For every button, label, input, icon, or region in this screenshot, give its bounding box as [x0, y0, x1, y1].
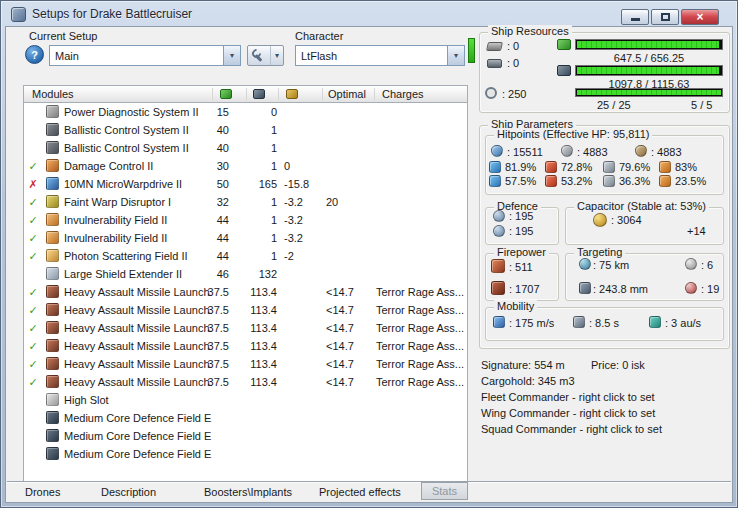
- table-row[interactable]: ✓ Invulnerability Field II 44 1 -3.2: [24, 229, 467, 247]
- tools-dropdown-button[interactable]: ▾: [270, 46, 283, 65]
- charges-column-header: Charges: [382, 88, 424, 100]
- armor-kinetic-resist-icon: [603, 175, 615, 187]
- shield-kinetic-resist: 79.6%: [619, 161, 650, 173]
- table-row[interactable]: ✓ Invulnerability Field II 44 1 -3.2: [24, 211, 467, 229]
- table-row[interactable]: ✓ Heavy Assault Missile Launch... 37.5 1…: [24, 319, 467, 337]
- price-value: Price: 0 isk: [591, 359, 645, 371]
- volley-value: : 511: [509, 261, 533, 273]
- character-combo[interactable]: LtFlash ▾: [295, 45, 465, 66]
- capacitor-amount: : 3064: [611, 214, 642, 226]
- app-icon[interactable]: [11, 7, 26, 22]
- close-button[interactable]: ×: [681, 9, 719, 25]
- module-powergrid: 165: [232, 175, 277, 193]
- wrench-icon: [251, 49, 264, 62]
- table-row[interactable]: High Slot: [24, 391, 467, 409]
- module-optimal: <14.7: [326, 355, 376, 373]
- setup-combo[interactable]: Main ▾: [49, 45, 241, 66]
- table-row[interactable]: ✓ Heavy Assault Missile Launch... 37.5 1…: [24, 355, 467, 373]
- help-button[interactable]: ?: [25, 45, 44, 64]
- shield-extender-icon: [46, 267, 59, 280]
- turret-hardpoints-value: : 0: [507, 40, 519, 52]
- defence-sustained-icon: [493, 225, 505, 237]
- powergrid-icon: [557, 65, 571, 76]
- warp-speed-icon: [649, 316, 661, 328]
- table-row[interactable]: Ballistic Control System II 40 1: [24, 139, 467, 157]
- max-targ ets-icon: [685, 258, 697, 270]
- capacitor-icon: [593, 213, 607, 227]
- current-setup-label: Current Setup: [29, 30, 97, 42]
- module-powergrid: 1: [232, 157, 277, 175]
- microwarpdrive-icon: [46, 177, 59, 190]
- defence-reinforced-value: : 195: [509, 210, 533, 222]
- table-row[interactable]: ✓ Heavy Assault Missile Launch... 37.5 1…: [24, 373, 467, 391]
- tab-drones[interactable]: Drones: [25, 486, 60, 498]
- status-ok-icon: ✓: [26, 157, 40, 175]
- turret-hardpoints-icon: [486, 42, 503, 51]
- module-cap: -2: [284, 247, 326, 265]
- tab-projected-effects[interactable]: Projected effects: [319, 486, 401, 498]
- module-cpu: 37.5: [182, 301, 229, 319]
- squad-commander-setter[interactable]: Squad Commander - right click to set: [481, 423, 662, 435]
- character-combo-arrow-button[interactable]: ▾: [447, 46, 464, 65]
- shield-em-resist: 81.9%: [505, 161, 536, 173]
- missile-launcher-icon: [46, 357, 59, 370]
- table-row[interactable]: ✗ 10MN MicroWarpdrive II 50 165 -15.8: [24, 175, 467, 193]
- stats-button[interactable]: Stats: [421, 482, 468, 500]
- module-powergrid: 113.4: [232, 355, 277, 373]
- scan-resolution-icon: [579, 282, 591, 294]
- module-cpu: 37.5: [182, 283, 229, 301]
- capacitor-column-icon: [286, 89, 298, 99]
- status-ok-icon: ✓: [26, 319, 40, 337]
- table-row[interactable]: ✓ Faint Warp Disruptor I 32 1 -3.2 20: [24, 193, 467, 211]
- wing-commander-setter[interactable]: Wing Commander - right click to set: [481, 407, 655, 419]
- capacitor-recharge: +14: [687, 225, 706, 237]
- module-cpu: 37.5: [182, 373, 229, 391]
- speed-value: : 175 m/s: [509, 317, 554, 329]
- status-ok-icon: ✓: [26, 211, 40, 229]
- invulnerability-field-icon: [46, 231, 59, 244]
- table-row[interactable]: ✓ Heavy Assault Missile Launch... 37.5 1…: [24, 283, 467, 301]
- tab-boosters-implants[interactable]: Boosters\Implants: [204, 486, 292, 498]
- setup-combo-value: Main: [50, 50, 223, 62]
- status-ok-icon: ✓: [26, 337, 40, 355]
- table-row[interactable]: Medium Core Defence Field E...: [24, 409, 467, 427]
- module-powergrid: 113.4: [232, 319, 277, 337]
- targeting-label: Targeting: [574, 246, 625, 258]
- setup-combo-arrow-button[interactable]: ▾: [223, 46, 240, 65]
- table-row[interactable]: Medium Core Defence Field E...: [24, 427, 467, 445]
- maximize-button[interactable]: [651, 9, 679, 25]
- module-powergrid: 0: [232, 103, 277, 121]
- module-cpu: 50: [182, 175, 229, 193]
- table-row[interactable]: Power Diagnostic System II 15 0: [24, 103, 467, 121]
- table-row[interactable]: ✓ Damage Control II 30 1 0: [24, 157, 467, 175]
- warp-disruptor-icon: [46, 195, 59, 208]
- module-powergrid: 113.4: [232, 373, 277, 391]
- invulnerability-field-icon: [46, 213, 59, 226]
- dps-value: : 1707: [509, 283, 540, 295]
- module-charges: Terror Rage Ass...: [376, 301, 465, 319]
- armor-kinetic-resist: 36.3%: [619, 175, 650, 187]
- table-row[interactable]: Large Shield Extender II 46 132: [24, 265, 467, 283]
- module-name: Medium Core Defence Field E...: [64, 409, 212, 427]
- table-row[interactable]: ✓ Heavy Assault Missile Launch... 37.5 1…: [24, 301, 467, 319]
- table-row[interactable]: Ballistic Control System II 40 1: [24, 121, 467, 139]
- upgrades-bar: [575, 88, 723, 97]
- module-cap: -3.2: [284, 229, 326, 247]
- setup-tools-button[interactable]: ▾: [247, 45, 284, 66]
- cpu-usage-value: 647.5 / 656.25: [575, 52, 723, 64]
- module-optimal: <14.7: [326, 319, 376, 337]
- chevron-down-icon: ▾: [275, 51, 279, 60]
- tab-description[interactable]: Description: [101, 486, 156, 498]
- shield-explosive-resist-icon: [659, 161, 671, 173]
- module-optimal: 20: [326, 193, 376, 211]
- missile-launcher-icon: [46, 339, 59, 352]
- shield-explosive-resist: 83%: [675, 161, 697, 173]
- fleet-commander-setter[interactable]: Fleet Commander - right click to set: [481, 391, 655, 403]
- scan-resolution-value: : 243.8 mm: [593, 283, 648, 295]
- status-error-icon: ✗: [26, 175, 40, 193]
- table-row[interactable]: ✓ Photon Scattering Field II 44 1 -2: [24, 247, 467, 265]
- minimize-button[interactable]: [621, 9, 649, 25]
- table-row[interactable]: ✓ Heavy Assault Missile Launch... 37.5 1…: [24, 337, 467, 355]
- shield-thermal-resist: 72.8%: [561, 161, 592, 173]
- table-row[interactable]: Medium Core Defence Field E...: [24, 445, 467, 463]
